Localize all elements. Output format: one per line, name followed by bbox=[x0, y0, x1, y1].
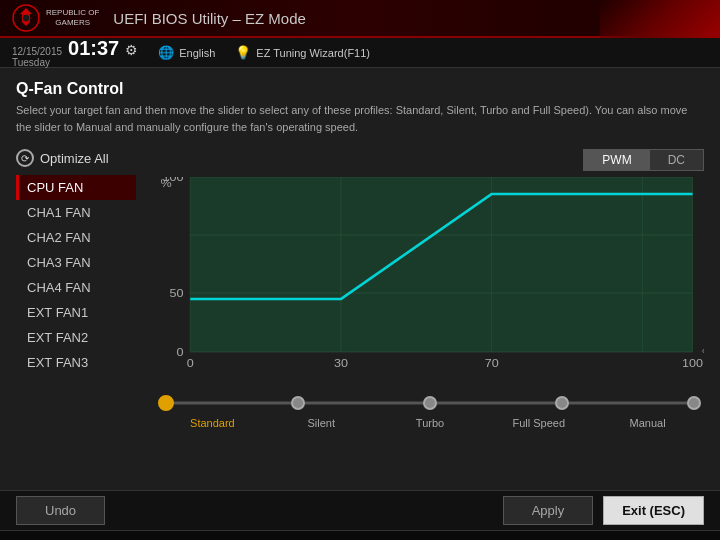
dc-button[interactable]: DC bbox=[650, 150, 703, 170]
subheader: 12/15/2015 Tuesday 01:37 ⚙ 🌐 English 💡 E… bbox=[0, 38, 720, 68]
language-selector[interactable]: 🌐 English bbox=[158, 45, 215, 60]
profile-slider[interactable]: Standard Silent Turbo Full Speed Manual bbox=[156, 393, 704, 429]
fan-item-cpu[interactable]: CPU FAN bbox=[16, 175, 136, 200]
time-display: 01:37 bbox=[68, 37, 119, 60]
footer: overclockers.ru Default(F5) Save & Exit(… bbox=[0, 530, 720, 540]
datetime: 12/15/2015 Tuesday 01:37 ⚙ bbox=[12, 37, 138, 68]
section-title: Q-Fan Control bbox=[16, 80, 704, 98]
graph-area: PWM DC bbox=[156, 149, 704, 478]
language-label: English bbox=[179, 47, 215, 59]
svg-text:70: 70 bbox=[485, 357, 499, 370]
globe-icon: 🌐 bbox=[158, 45, 174, 60]
slider-dot-silent[interactable] bbox=[291, 396, 305, 410]
undo-button[interactable]: Undo bbox=[16, 496, 105, 525]
wizard-label: EZ Tuning Wizard(F11) bbox=[256, 47, 370, 59]
header-title: UEFI BIOS Utility – EZ Mode bbox=[113, 10, 306, 27]
brand-text: REPUBLIC OF GAMERS bbox=[46, 8, 99, 27]
bottom-bar: Undo Apply Exit (ESC) bbox=[0, 490, 720, 530]
slider-dot-standard[interactable] bbox=[158, 395, 174, 411]
fan-item-cha1[interactable]: CHA1 FAN bbox=[16, 200, 136, 225]
section-description: Select your target fan and then move the… bbox=[16, 102, 704, 135]
svg-text:50: 50 bbox=[169, 287, 183, 300]
chart-svg: 100 50 0 % 0 30 70 100 °C bbox=[156, 177, 704, 377]
slider-track-container[interactable] bbox=[166, 393, 694, 413]
label-standard: Standard bbox=[158, 417, 267, 429]
svg-point-1 bbox=[22, 14, 30, 22]
apply-button[interactable]: Apply bbox=[503, 496, 594, 525]
label-turbo: Turbo bbox=[376, 417, 485, 429]
day-text: Tuesday bbox=[12, 57, 62, 68]
optimize-icon: ⟳ bbox=[16, 149, 34, 167]
fan-item-ext2[interactable]: EXT FAN2 bbox=[16, 325, 136, 350]
fan-chart: 100 50 0 % 0 30 70 100 °C bbox=[156, 177, 704, 377]
slider-dot-turbo[interactable] bbox=[423, 396, 437, 410]
gear-icon[interactable]: ⚙ bbox=[125, 42, 138, 58]
slider-dot-manual[interactable] bbox=[687, 396, 701, 410]
fan-list: ⟳ Optimize All CPU FAN CHA1 FAN CHA2 FAN… bbox=[16, 149, 136, 478]
svg-text:%: % bbox=[161, 177, 173, 190]
pwm-dc-toggle: PWM DC bbox=[583, 149, 704, 171]
date-text: 12/15/2015 bbox=[12, 46, 62, 57]
label-silent: Silent bbox=[267, 417, 376, 429]
slider-dot-fullspeed[interactable] bbox=[555, 396, 569, 410]
optimize-label: Optimize All bbox=[40, 151, 109, 166]
fan-item-cha2[interactable]: CHA2 FAN bbox=[16, 225, 136, 250]
header: REPUBLIC OF GAMERS UEFI BIOS Utility – E… bbox=[0, 0, 720, 38]
rog-logo-icon bbox=[12, 4, 40, 32]
fan-item-cha4[interactable]: CHA4 FAN bbox=[16, 275, 136, 300]
svg-text:°C: °C bbox=[702, 347, 704, 360]
exit-button[interactable]: Exit (ESC) bbox=[603, 496, 704, 525]
fan-item-cha3[interactable]: CHA3 FAN bbox=[16, 250, 136, 275]
svg-text:100: 100 bbox=[682, 357, 703, 370]
date-display: 12/15/2015 Tuesday bbox=[12, 46, 62, 68]
svg-text:30: 30 bbox=[334, 357, 348, 370]
optimize-all-button[interactable]: ⟳ Optimize All bbox=[16, 149, 136, 167]
svg-text:0: 0 bbox=[187, 357, 194, 370]
fan-control-area: ⟳ Optimize All CPU FAN CHA1 FAN CHA2 FAN… bbox=[16, 149, 704, 478]
pwm-button[interactable]: PWM bbox=[584, 150, 649, 170]
ez-wizard-button[interactable]: 💡 EZ Tuning Wizard(F11) bbox=[235, 45, 370, 60]
fan-item-ext3[interactable]: EXT FAN3 bbox=[16, 350, 136, 375]
main-content: Q-Fan Control Select your target fan and… bbox=[0, 68, 720, 490]
fan-item-ext1[interactable]: EXT FAN1 bbox=[16, 300, 136, 325]
svg-rect-2 bbox=[190, 177, 692, 352]
rog-logo: REPUBLIC OF GAMERS bbox=[12, 4, 99, 32]
wizard-icon: 💡 bbox=[235, 45, 251, 60]
slider-labels: Standard Silent Turbo Full Speed Manual bbox=[156, 417, 704, 429]
label-manual: Manual bbox=[593, 417, 702, 429]
label-fullspeed: Full Speed bbox=[484, 417, 593, 429]
svg-text:0: 0 bbox=[176, 346, 183, 359]
